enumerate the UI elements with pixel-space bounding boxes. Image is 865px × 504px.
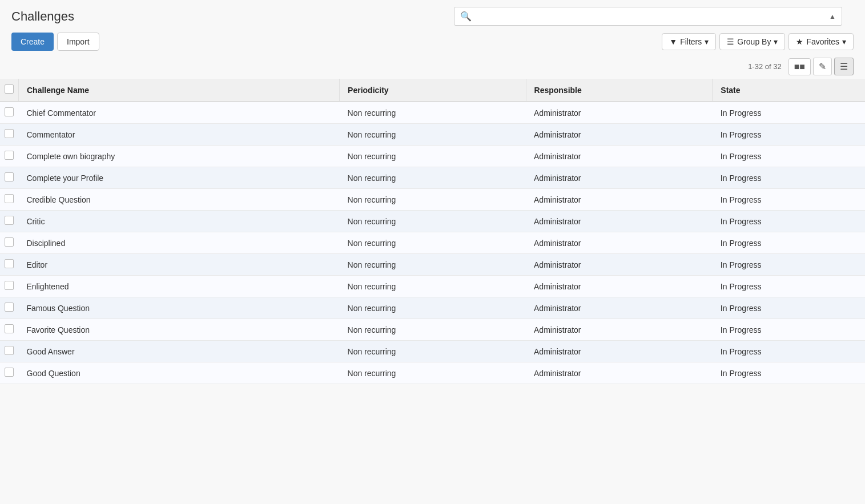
challenge-responsible: Administrator — [526, 341, 713, 362]
kanban-view-button[interactable]: ■■ — [788, 58, 811, 75]
filter-controls: ▼ Filters ▾ ☰ Group By ▾ ★ Favorites ▾ — [662, 33, 854, 50]
row-checkbox-cell — [0, 102, 19, 124]
table-row[interactable]: CommentatorNon recurringAdministratorIn … — [0, 124, 865, 146]
row-checkbox[interactable] — [5, 151, 14, 160]
challenge-state: In Progress — [713, 211, 865, 232]
challenge-periodicity: Non recurring — [340, 297, 526, 319]
challenge-periodicity: Non recurring — [340, 124, 526, 146]
challenge-state: In Progress — [713, 362, 865, 384]
row-checkbox-cell — [0, 254, 19, 276]
select-all-checkbox[interactable] — [5, 84, 14, 94]
filter-icon: ▼ — [669, 37, 677, 46]
table-row[interactable]: Favorite QuestionNon recurringAdministra… — [0, 319, 865, 341]
select-all-header[interactable] — [0, 79, 19, 102]
challenge-periodicity: Non recurring — [340, 276, 526, 297]
filters-button[interactable]: ▼ Filters ▾ — [662, 33, 716, 50]
row-checkbox-cell — [0, 124, 19, 146]
table-header-row: Challenge Name Periodicity Responsible S… — [0, 79, 865, 102]
row-checkbox[interactable] — [5, 216, 14, 225]
row-checkbox[interactable] — [5, 259, 14, 268]
challenge-name[interactable]: Disciplined — [19, 232, 340, 254]
col-header-name: Challenge Name — [19, 79, 340, 102]
group-by-button[interactable]: ☰ Group By ▾ — [719, 33, 785, 50]
challenge-responsible: Administrator — [526, 102, 713, 124]
row-checkbox[interactable] — [5, 172, 14, 182]
create-button[interactable]: Create — [11, 33, 54, 51]
challenge-periodicity: Non recurring — [340, 211, 526, 232]
challenge-periodicity: Non recurring — [340, 189, 526, 211]
row-checkbox[interactable] — [5, 303, 14, 312]
row-checkbox-cell — [0, 189, 19, 211]
table-container: Challenge Name Periodicity Responsible S… — [0, 79, 865, 384]
challenge-state: In Progress — [713, 102, 865, 124]
table-row[interactable]: EditorNon recurringAdministratorIn Progr… — [0, 254, 865, 276]
table-row[interactable]: Chief CommentatorNon recurringAdministra… — [0, 102, 865, 124]
row-checkbox-cell — [0, 211, 19, 232]
favorites-button[interactable]: ★ Favorites ▾ — [788, 33, 854, 50]
group-by-icon: ☰ — [727, 37, 734, 46]
challenge-responsible: Administrator — [526, 146, 713, 167]
table-row[interactable]: EnlightenedNon recurringAdministratorIn … — [0, 276, 865, 297]
challenge-name[interactable]: Commentator — [19, 124, 340, 146]
challenge-name[interactable]: Favorite Question — [19, 319, 340, 341]
table-row[interactable]: Good AnswerNon recurringAdministratorIn … — [0, 341, 865, 362]
challenge-responsible: Administrator — [526, 276, 713, 297]
challenge-state: In Progress — [713, 297, 865, 319]
row-checkbox-cell — [0, 319, 19, 341]
form-view-button[interactable]: ✎ — [813, 58, 832, 75]
challenge-responsible: Administrator — [526, 319, 713, 341]
challenge-periodicity: Non recurring — [340, 254, 526, 276]
row-checkbox-cell — [0, 341, 19, 362]
table-row[interactable]: Complete own biographyNon recurringAdmin… — [0, 146, 865, 167]
top-bar: Challenges 🔍 ▲ — [0, 0, 865, 30]
page-title: Challenges — [11, 9, 74, 24]
row-checkbox[interactable] — [5, 368, 14, 377]
challenge-name[interactable]: Chief Commentator — [19, 102, 340, 124]
challenge-periodicity: Non recurring — [340, 362, 526, 384]
col-header-state: State — [713, 79, 865, 102]
challenge-periodicity: Non recurring — [340, 146, 526, 167]
row-checkbox[interactable] — [5, 281, 14, 290]
import-button[interactable]: Import — [57, 33, 99, 51]
action-buttons: Create Import — [11, 33, 99, 51]
table-row[interactable]: Famous QuestionNon recurringAdministrato… — [0, 297, 865, 319]
row-checkbox-cell — [0, 146, 19, 167]
challenge-name[interactable]: Editor — [19, 254, 340, 276]
favorites-chevron: ▾ — [842, 37, 846, 46]
challenge-state: In Progress — [713, 276, 865, 297]
challenge-name[interactable]: Good Question — [19, 362, 340, 384]
row-checkbox[interactable] — [5, 129, 14, 138]
challenge-name[interactable]: Critic — [19, 211, 340, 232]
list-view-button[interactable]: ☰ — [834, 58, 854, 75]
challenge-periodicity: Non recurring — [340, 341, 526, 362]
row-checkbox[interactable] — [5, 107, 14, 116]
challenge-responsible: Administrator — [526, 254, 713, 276]
challenge-state: In Progress — [713, 189, 865, 211]
challenge-state: In Progress — [713, 319, 865, 341]
row-checkbox[interactable] — [5, 324, 14, 333]
table-row[interactable]: Complete your ProfileNon recurringAdmini… — [0, 167, 865, 189]
challenge-periodicity: Non recurring — [340, 319, 526, 341]
search-dropdown-icon[interactable]: ▲ — [823, 9, 842, 24]
row-checkbox-cell — [0, 232, 19, 254]
challenge-name[interactable]: Complete own biography — [19, 146, 340, 167]
row-checkbox[interactable] — [5, 346, 14, 355]
challenge-state: In Progress — [713, 146, 865, 167]
challenge-responsible: Administrator — [526, 167, 713, 189]
challenge-name[interactable]: Credible Question — [19, 189, 340, 211]
table-row[interactable]: DisciplinedNon recurringAdministratorIn … — [0, 232, 865, 254]
challenges-table: Challenge Name Periodicity Responsible S… — [0, 79, 865, 384]
challenge-responsible: Administrator — [526, 211, 713, 232]
row-checkbox[interactable] — [5, 194, 14, 203]
challenge-name[interactable]: Famous Question — [19, 297, 340, 319]
challenge-name[interactable]: Good Answer — [19, 341, 340, 362]
row-checkbox[interactable] — [5, 237, 14, 247]
table-row[interactable]: Good QuestionNon recurringAdministratorI… — [0, 362, 865, 384]
challenge-name[interactable]: Enlightened — [19, 276, 340, 297]
search-input[interactable] — [477, 9, 823, 25]
col-header-responsible: Responsible — [526, 79, 713, 102]
challenge-name[interactable]: Complete your Profile — [19, 167, 340, 189]
table-row[interactable]: CriticNon recurringAdministratorIn Progr… — [0, 211, 865, 232]
table-row[interactable]: Credible QuestionNon recurringAdministra… — [0, 189, 865, 211]
challenge-responsible: Administrator — [526, 297, 713, 319]
